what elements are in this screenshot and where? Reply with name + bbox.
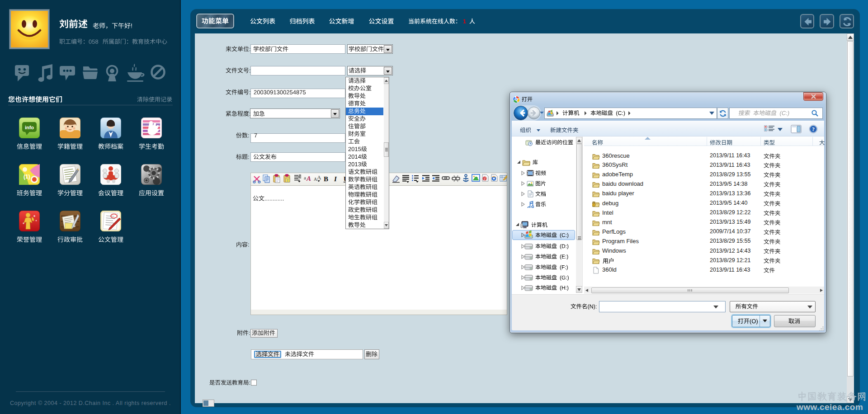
svg-text:T: T [287,179,289,183]
svg-text:a: a [304,175,306,180]
svg-text:info: info [25,125,34,130]
svg-text:(1): (1) [24,174,30,180]
svg-text:?: ? [812,126,815,132]
svg-text:I: I [334,175,337,183]
svg-text:A: A [306,175,311,182]
svg-text:A: A [317,174,321,181]
svg-text:B: B [324,175,328,183]
